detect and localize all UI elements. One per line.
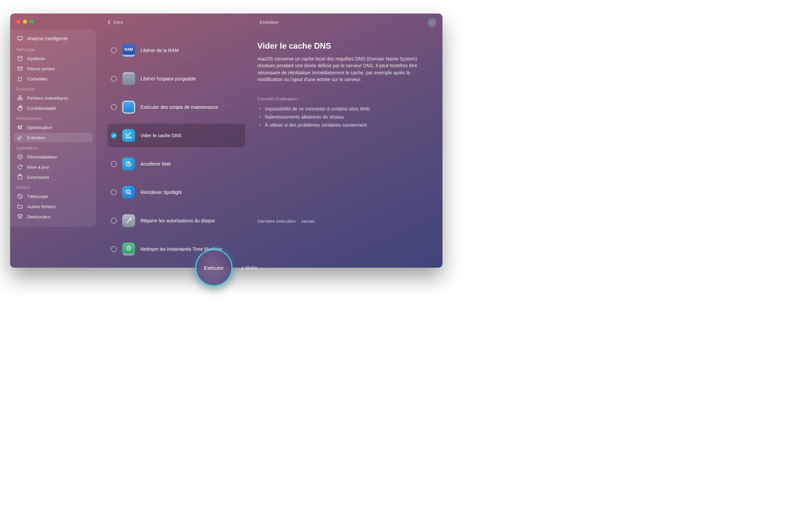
task-label: Vider le cache DNS	[141, 133, 182, 138]
mail-speed-icon	[122, 157, 135, 170]
time-machine-icon	[122, 243, 135, 256]
detail-title: Vider le cache DNS	[257, 41, 431, 51]
task-label: Accélérer Mail	[141, 161, 171, 167]
tips-heading: Conseils d'utilisation :	[257, 96, 431, 101]
selected-task-count: 1 tâche	[241, 265, 257, 270]
run-area: Exécuter 1 tâche	[195, 249, 257, 286]
task-radio[interactable]	[111, 104, 117, 110]
tools-icon	[122, 214, 135, 227]
minimize-window-button[interactable]	[23, 20, 27, 24]
run-button[interactable]: Exécuter	[195, 249, 232, 286]
close-window-button[interactable]	[16, 20, 20, 24]
task-radio[interactable]	[111, 246, 117, 252]
app-window: Analyse intelligente Nettoyage Système P…	[10, 14, 442, 268]
task-label: Libérer l'espace purgeable	[141, 76, 196, 81]
detail-panel: Vider le cache DNS macOS conserve un cac…	[255, 31, 434, 268]
task-label: Exécuter des scripts de maintenance	[141, 104, 218, 110]
run-label: Exécuter	[204, 265, 224, 271]
task-radio[interactable]	[111, 161, 117, 167]
last-run-value: Jamais	[301, 219, 315, 224]
svg-point-15	[126, 190, 130, 193]
window-controls	[16, 20, 34, 24]
task-label: Réindexer Spotlight	[141, 190, 182, 195]
main-area: Intro Entretien RAM Libérer de la RAM Li…	[10, 14, 442, 268]
task-reindex-spotlight[interactable]: Réindexer Spotlight	[107, 183, 245, 201]
task-radio[interactable]	[111, 47, 117, 53]
task-radio[interactable]	[111, 218, 117, 224]
back-label: Intro	[113, 20, 123, 25]
assistant-button[interactable]	[428, 18, 436, 27]
task-radio[interactable]	[111, 76, 117, 82]
task-flush-dns[interactable]: DNS Vider le cache DNS	[107, 124, 245, 147]
content: RAM Libérer de la RAM Libérer l'espace p…	[96, 31, 442, 268]
ram-icon: RAM	[122, 44, 135, 57]
task-speedup-mail[interactable]: Accélérer Mail	[107, 155, 245, 173]
detail-description: macOS conserve un cache local des requêt…	[257, 55, 420, 83]
task-radio[interactable]	[111, 189, 117, 195]
page-title: Entretien	[260, 20, 279, 25]
back-button[interactable]: Intro	[107, 20, 123, 25]
dns-icon: DNS	[122, 129, 135, 142]
last-run: Dernière exécution : Jamais	[257, 219, 315, 224]
search-icon	[122, 186, 135, 199]
last-run-label: Dernière exécution :	[257, 219, 298, 224]
task-list: RAM Libérer de la RAM Libérer l'espace p…	[107, 31, 245, 268]
task-maintenance-scripts[interactable]: Exécuter des scripts de maintenance	[107, 98, 245, 116]
topbar: Intro Entretien	[96, 14, 442, 31]
task-repair-permissions[interactable]: Réparer les autorisations du disque	[107, 212, 245, 230]
task-free-ram[interactable]: RAM Libérer de la RAM	[107, 41, 245, 59]
task-radio[interactable]	[111, 132, 117, 139]
clipboard-icon	[122, 101, 135, 114]
tip-item: Ralentissements aléatoires du réseau	[257, 113, 431, 121]
tip-item: À utiliser si des problèmes similaires s…	[257, 121, 431, 129]
task-free-purgeable[interactable]: Libérer l'espace purgeable	[107, 70, 245, 88]
disk-icon	[122, 72, 135, 85]
task-label: Libérer de la RAM	[141, 48, 179, 53]
tip-item: Impossibilité de se connecter à certains…	[257, 105, 431, 113]
tips-list: Impossibilité de se connecter à certains…	[257, 105, 431, 129]
task-label: Réparer les autorisations du disque	[141, 218, 215, 223]
zoom-window-button[interactable]	[30, 20, 34, 24]
